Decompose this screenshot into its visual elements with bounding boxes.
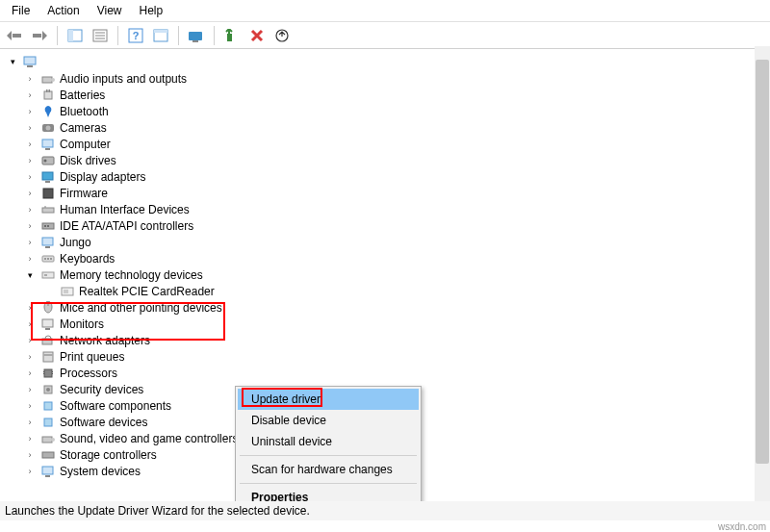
svg-rect-51 xyxy=(43,354,53,356)
tree-node[interactable]: ›Processors xyxy=(6,365,770,381)
tree-node[interactable]: ›Batteries xyxy=(6,87,770,103)
scroll-thumb[interactable] xyxy=(756,60,769,464)
expand-icon[interactable]: › xyxy=(23,383,37,396)
tree-node-label: Processors xyxy=(60,367,117,380)
toolbar: ? xyxy=(0,22,770,49)
device-category-icon xyxy=(40,382,56,397)
menu-action[interactable]: Action xyxy=(39,2,87,19)
tree-node-label: Mice and other pointing devices xyxy=(60,301,222,315)
svg-rect-39 xyxy=(47,258,49,260)
expand-icon[interactable]: › xyxy=(23,465,37,478)
ctx-disable-device[interactable]: Disable device xyxy=(238,410,419,431)
device-category-icon xyxy=(40,235,56,250)
menu-file[interactable]: File xyxy=(4,2,38,19)
enable-button[interactable] xyxy=(221,25,243,46)
tree-node[interactable]: ›Jungo xyxy=(6,234,770,250)
tree-node[interactable]: ›Human Interface Devices xyxy=(6,201,770,217)
tree-node[interactable]: ›Computer xyxy=(6,136,770,152)
show-hide-tree-button[interactable] xyxy=(64,25,86,46)
tree-node[interactable]: ›Firmware xyxy=(6,185,770,201)
expand-icon[interactable]: ▾ xyxy=(23,268,37,282)
tree-node[interactable]: ›Disk drives xyxy=(6,152,770,168)
svg-rect-24 xyxy=(45,148,50,150)
device-category-icon xyxy=(40,447,56,463)
expand-icon[interactable]: › xyxy=(23,367,37,380)
tree-node-label: Display adapters xyxy=(60,170,145,184)
ctx-update-driver[interactable]: Update driver xyxy=(238,389,419,410)
tree-node-label: Computer xyxy=(60,138,111,151)
svg-point-22 xyxy=(46,125,51,130)
tree-node-label: Batteries xyxy=(60,89,105,102)
tree-node[interactable]: ›Mice and other pointing devices xyxy=(6,299,770,316)
expand-icon[interactable]: › xyxy=(23,236,37,249)
expand-icon[interactable]: › xyxy=(23,154,37,167)
toolbar-button[interactable] xyxy=(150,25,171,46)
menu-help[interactable]: Help xyxy=(132,2,171,19)
tree-node[interactable]: ›Cameras xyxy=(6,119,770,136)
expand-icon[interactable]: › xyxy=(23,399,37,413)
update-driver-button[interactable] xyxy=(271,25,293,46)
tree-node-label: Network adapters xyxy=(60,334,150,347)
ctx-uninstall-device[interactable]: Uninstall device xyxy=(238,431,419,452)
svg-rect-42 xyxy=(44,274,47,276)
scan-hardware-button[interactable] xyxy=(186,25,207,46)
properties-button[interactable] xyxy=(90,25,111,46)
expand-icon[interactable]: › xyxy=(23,252,37,266)
back-button[interactable] xyxy=(4,25,25,46)
tree-child-node[interactable]: Realtek PCIE CardReader xyxy=(6,283,770,299)
expand-icon[interactable]: › xyxy=(23,105,37,118)
expand-icon[interactable]: › xyxy=(23,350,37,364)
help-button[interactable]: ? xyxy=(125,25,146,46)
tree-node-label: Audio inputs and outputs xyxy=(60,72,187,86)
svg-rect-47 xyxy=(42,319,53,327)
tree-node-label: IDE ATA/ATAPI controllers xyxy=(60,219,193,233)
tree-node[interactable]: ›Keyboards xyxy=(6,250,770,266)
expand-icon[interactable]: › xyxy=(23,219,37,233)
tree-node[interactable]: ›Bluetooth xyxy=(6,103,770,119)
expand-icon[interactable]: › xyxy=(23,72,37,86)
tree-node-label: Disk drives xyxy=(60,154,116,167)
expand-icon[interactable]: ▾ xyxy=(6,55,19,68)
expand-icon[interactable]: › xyxy=(23,301,37,315)
svg-rect-27 xyxy=(42,172,53,180)
expand-icon[interactable]: › xyxy=(23,170,37,184)
device-category-icon xyxy=(40,267,56,283)
expand-icon[interactable]: › xyxy=(23,121,37,135)
ctx-scan-hardware[interactable]: Scan for hardware changes xyxy=(238,459,419,480)
expand-icon[interactable]: › xyxy=(23,334,37,347)
svg-rect-9 xyxy=(154,30,167,33)
forward-button[interactable] xyxy=(29,25,50,46)
expand-icon[interactable]: › xyxy=(23,89,37,102)
expand-icon[interactable]: › xyxy=(23,138,37,151)
svg-rect-38 xyxy=(44,258,46,260)
svg-point-34 xyxy=(47,225,49,227)
menu-view[interactable]: View xyxy=(90,2,130,19)
svg-rect-59 xyxy=(44,402,52,410)
svg-rect-55 xyxy=(52,371,53,372)
vertical-scrollbar[interactable] xyxy=(755,46,770,503)
tree-node[interactable]: ▾Memory technology devices xyxy=(6,266,770,283)
root-node[interactable]: ▾ xyxy=(6,53,770,70)
expand-icon[interactable]: › xyxy=(23,416,37,429)
tree-node[interactable]: ›Print queues xyxy=(6,348,770,365)
expand-icon[interactable]: › xyxy=(23,432,37,445)
svg-rect-10 xyxy=(189,32,202,40)
tree-node-label: Software devices xyxy=(60,416,147,429)
expand-icon[interactable]: › xyxy=(23,448,37,462)
disable-button[interactable] xyxy=(246,25,268,46)
tree-node[interactable]: ›Monitors xyxy=(6,316,770,332)
tree-node[interactable]: ›Audio inputs and outputs xyxy=(6,70,770,87)
tree-node[interactable]: ›Network adapters xyxy=(6,332,770,348)
expand-icon[interactable]: › xyxy=(23,203,37,216)
tree-node[interactable]: ›Display adapters xyxy=(6,168,770,185)
expand-icon[interactable]: › xyxy=(23,317,37,331)
tree-node-label: Storage controllers xyxy=(60,448,157,462)
expand-icon[interactable]: › xyxy=(23,187,37,200)
ctx-separator xyxy=(240,483,417,484)
tree-node[interactable]: ›IDE ATA/ATAPI controllers xyxy=(6,217,770,234)
tree-node-label: Cameras xyxy=(60,121,107,135)
svg-rect-41 xyxy=(42,272,54,278)
status-bar: Launches the Update Driver Wizard for th… xyxy=(0,501,770,520)
toolbar-separator xyxy=(178,26,179,45)
svg-rect-15 xyxy=(27,65,33,67)
